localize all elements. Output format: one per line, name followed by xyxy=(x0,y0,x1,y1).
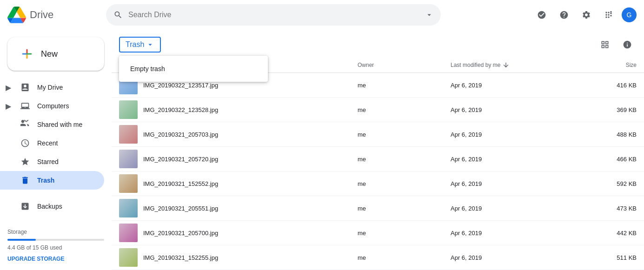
sidebar-item-trash-label: Trash xyxy=(37,177,54,184)
main-content: Trash Empty trash xyxy=(112,30,644,270)
sidebar-item-recent-label: Recent xyxy=(37,139,58,147)
sidebar-item-backups[interactable]: ▶ Backups xyxy=(0,197,104,216)
sidebar-item-computers-label: Computers xyxy=(37,102,69,110)
grid-view-button[interactable] xyxy=(596,35,614,54)
sidebar: New ▶ My Drive ▶ Computers xyxy=(0,30,112,270)
new-button-label: New xyxy=(41,49,58,59)
search-icon xyxy=(113,10,123,20)
file-rows-container: IMG_20190322_123517.jpg me Apr 6, 2019 4… xyxy=(112,73,644,270)
sidebar-item-starred[interactable]: ▶ Starred xyxy=(0,152,104,171)
file-name: IMG_20190321_205551.jpg xyxy=(143,205,218,212)
backups-icon xyxy=(20,202,30,211)
sidebar-item-shared-with-me[interactable]: ▶ Shared with me xyxy=(0,115,104,134)
sidebar-item-my-drive-label: My Drive xyxy=(37,84,63,91)
file-thumbnail xyxy=(119,174,138,193)
table-row[interactable]: IMG_20190321_205703.jpg me Apr 6, 2019 4… xyxy=(112,122,644,147)
sidebar-item-my-drive[interactable]: ▶ My Drive xyxy=(0,78,104,97)
file-thumbnail xyxy=(119,224,138,242)
column-modified: Last modified by me xyxy=(451,61,567,69)
storage-section: Storage 4.4 GB of 15 GB used UPGRADE STO… xyxy=(0,223,112,268)
file-owner: me xyxy=(358,82,451,89)
recent-icon xyxy=(20,138,30,148)
sidebar-item-starred-label: Starred xyxy=(37,158,59,165)
file-owner: me xyxy=(358,230,451,237)
status-icon-button[interactable] xyxy=(532,6,551,24)
my-drive-chevron-icon: ▶ xyxy=(6,83,11,92)
sidebar-item-recent[interactable]: ▶ Recent xyxy=(0,134,104,152)
file-name-col: IMG_20190321_152552.jpg xyxy=(119,174,358,193)
avatar[interactable]: G xyxy=(622,7,637,22)
file-name: IMG_20190321_205703.jpg xyxy=(143,131,218,138)
file-modified-date: Apr 6, 2019 xyxy=(451,82,567,89)
storage-bar-fill xyxy=(7,239,36,241)
toolbar-right xyxy=(596,35,637,54)
file-list: Name Owner Last modified by me Size IMG_… xyxy=(112,58,644,270)
table-row[interactable]: IMG_20190321_152255.jpg me Apr 6, 2019 5… xyxy=(112,245,644,270)
file-size: 473 KB xyxy=(567,205,637,212)
drive-logo-icon xyxy=(7,6,26,24)
trash-title-label: Trash xyxy=(126,40,144,49)
file-name: IMG_20190321_205700.jpg xyxy=(143,230,218,237)
file-name-col: IMG_20190321_205700.jpg xyxy=(119,224,358,242)
dropdown-menu: Empty trash xyxy=(119,56,268,82)
file-name: IMG_20190322_123528.jpg xyxy=(143,106,218,113)
file-modified-date: Apr 6, 2019 xyxy=(451,205,567,212)
search-dropdown-icon[interactable] xyxy=(425,10,433,20)
file-modified-date: Apr 6, 2019 xyxy=(451,230,567,237)
starred-icon xyxy=(20,157,30,166)
file-modified-date: Apr 6, 2019 xyxy=(451,156,567,163)
storage-bar-background xyxy=(7,239,104,241)
computers-icon xyxy=(20,101,30,111)
trash-dropdown-arrow-icon xyxy=(146,40,154,49)
toolbar: Trash Empty trash xyxy=(112,30,644,58)
search-bar[interactable] xyxy=(106,4,441,26)
table-row[interactable]: IMG_20190321_205700.jpg me Apr 6, 2019 4… xyxy=(112,221,644,245)
file-size: 511 KB xyxy=(567,254,637,261)
new-button[interactable]: New xyxy=(7,37,104,71)
table-row[interactable]: IMG_20190322_123528.jpg me Apr 6, 2019 3… xyxy=(112,98,644,122)
sort-desc-icon[interactable] xyxy=(502,61,510,69)
header-right: G xyxy=(532,6,637,24)
file-size: 416 KB xyxy=(567,82,637,89)
header: Drive xyxy=(0,0,644,30)
help-icon-button[interactable] xyxy=(555,6,573,24)
sidebar-item-shared-with-me-label: Shared with me xyxy=(37,121,82,128)
file-name-col: IMG_20190321_152255.jpg xyxy=(119,248,358,267)
file-thumbnail xyxy=(119,150,138,168)
upgrade-storage-button[interactable]: UPGRADE STORAGE xyxy=(7,256,64,262)
empty-trash-option[interactable]: Empty trash xyxy=(119,59,268,78)
sidebar-item-trash[interactable]: ▶ Trash xyxy=(0,171,104,190)
shared-with-me-icon xyxy=(20,120,30,129)
file-owner: me xyxy=(358,205,451,212)
file-owner: me xyxy=(358,180,451,187)
logo-area: Drive xyxy=(7,6,100,24)
search-input[interactable] xyxy=(128,11,419,19)
table-row[interactable]: IMG_20190321_205720.jpg me Apr 6, 2019 4… xyxy=(112,147,644,171)
settings-icon-button[interactable] xyxy=(577,6,596,24)
file-modified-date: Apr 6, 2019 xyxy=(451,131,567,138)
file-modified-date: Apr 6, 2019 xyxy=(451,180,567,187)
file-size: 592 KB xyxy=(567,180,637,187)
column-modified-label: Last modified by me xyxy=(451,62,500,68)
table-row[interactable]: IMG_20190321_205551.jpg me Apr 6, 2019 4… xyxy=(112,196,644,221)
trash-icon xyxy=(20,176,30,185)
file-owner: me xyxy=(358,156,451,163)
file-thumbnail xyxy=(119,125,138,144)
file-name: IMG_20190321_205720.jpg xyxy=(143,156,218,163)
file-name: IMG_20190321_152552.jpg xyxy=(143,180,218,187)
file-size: 442 KB xyxy=(567,230,637,237)
sidebar-item-computers[interactable]: ▶ Computers xyxy=(0,97,104,115)
new-plus-icon xyxy=(19,46,35,62)
table-row[interactable]: IMG_20190321_152552.jpg me Apr 6, 2019 5… xyxy=(112,171,644,196)
file-modified-date: Apr 6, 2019 xyxy=(451,106,567,113)
file-name-col: IMG_20190321_205720.jpg xyxy=(119,150,358,168)
computers-chevron-icon: ▶ xyxy=(6,102,11,111)
info-button[interactable] xyxy=(618,35,637,54)
file-name-col: IMG_20190321_205703.jpg xyxy=(119,125,358,144)
trash-title-button[interactable]: Trash xyxy=(119,37,161,53)
file-size: 488 KB xyxy=(567,131,637,138)
apps-icon-button[interactable] xyxy=(599,6,618,24)
file-thumbnail xyxy=(119,199,138,217)
file-size: 369 KB xyxy=(567,106,637,113)
empty-trash-dropdown: Empty trash xyxy=(119,56,268,82)
